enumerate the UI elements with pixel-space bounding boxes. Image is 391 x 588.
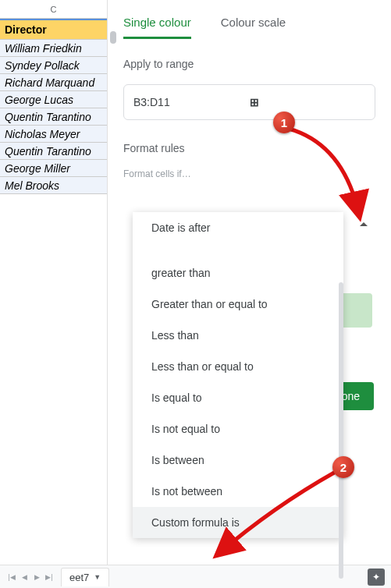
dd-item-not-between[interactable]: Is not between <box>133 476 343 507</box>
cell[interactable]: George Lucas <box>0 91 107 108</box>
cell[interactable]: Richard Marquand <box>0 74 107 91</box>
apply-range-label: Apply to range <box>123 58 375 70</box>
range-selector-icon[interactable]: ⊞ <box>250 96 366 108</box>
footer-bar: |◀ ◀ ▶ ▶| eet7 ▼ ✦ <box>0 565 391 588</box>
nav-first-icon[interactable]: |◀ <box>6 572 17 583</box>
format-condition-dropdown[interactable]: Date is after greater than Greater than … <box>133 212 343 538</box>
range-value: B3:D11 <box>133 96 250 108</box>
format-cells-if-label: Format cells if… <box>123 168 375 179</box>
sheet-nav-buttons[interactable]: |◀ ◀ ▶ ▶| <box>6 572 55 583</box>
chevron-down-icon[interactable]: ▼ <box>94 573 101 581</box>
dd-item-gte[interactable]: Greater than or equal to <box>133 289 343 320</box>
dropdown-scrollbar[interactable] <box>339 282 343 579</box>
dd-item-date-after[interactable]: Date is after <box>133 212 343 243</box>
format-tabs: Single colour Colour scale <box>123 16 375 39</box>
dd-item-between[interactable]: Is between <box>133 445 343 476</box>
dropdown-caret-icon[interactable] <box>360 222 368 226</box>
cell[interactable]: Nicholas Meyer <box>0 126 107 143</box>
dd-item-less-than[interactable]: Less than <box>133 320 343 351</box>
nav-last-icon[interactable]: ▶| <box>44 572 55 583</box>
cell[interactable]: Syndey Pollack <box>0 57 107 74</box>
format-rules-label: Format rules <box>123 142 375 154</box>
cell[interactable]: William Friedkin <box>0 40 107 57</box>
cell[interactable]: George Miller <box>0 160 107 177</box>
dd-item-equal[interactable]: Is equal to <box>133 382 343 413</box>
dd-item-greater-than[interactable]: greater than <box>133 257 343 289</box>
dd-item-custom-formula[interactable]: Custom formula is <box>133 507 343 538</box>
sheet-tab-label: eet7 <box>69 572 89 583</box>
tab-colour-scale[interactable]: Colour scale <box>221 16 286 39</box>
sheet-tab[interactable]: eet7 ▼ <box>61 568 109 586</box>
dd-item-not-equal[interactable]: Is not equal to <box>133 413 343 445</box>
cell[interactable]: Mel Brooks <box>0 177 107 194</box>
cell[interactable]: Quentin Tarantino <box>0 108 107 126</box>
range-input[interactable]: B3:D11 ⊞ <box>123 84 375 120</box>
cell[interactable]: Quentin Tarantino <box>0 143 107 160</box>
callout-2: 2 <box>332 456 354 478</box>
tab-single-colour[interactable]: Single colour <box>123 16 191 39</box>
column-letter[interactable]: C <box>0 0 107 19</box>
callout-1: 1 <box>273 112 295 133</box>
header-cell[interactable]: Director <box>0 19 107 40</box>
nav-prev-icon[interactable]: ◀ <box>19 572 30 583</box>
dd-item-lte[interactable]: Less than or equal to <box>133 351 343 382</box>
explore-button[interactable]: ✦ <box>368 569 385 586</box>
nav-next-icon[interactable]: ▶ <box>31 572 42 583</box>
spreadsheet-column: C Director William Friedkin Syndey Polla… <box>0 0 108 566</box>
